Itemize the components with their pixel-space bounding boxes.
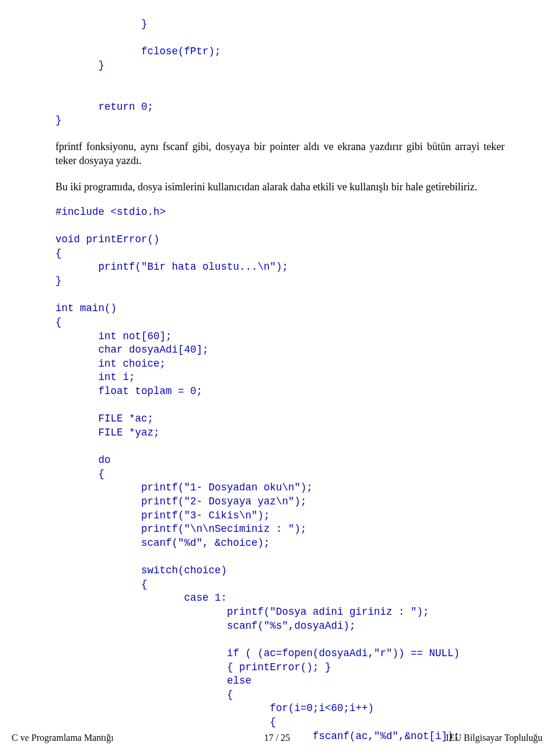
code-block-main: #include <stdio.h> void printError() { p… [55, 205, 505, 743]
paragraph-2: Bu iki programıda, dosya isimlerini kull… [55, 180, 505, 194]
paragraph-1: fprintf fonksiyonu, aynı fscanf gibi, do… [55, 140, 505, 168]
page-footer: C ve Programlama Mantığı 17 / 25 IEU Bil… [0, 733, 560, 743]
footer-left: C ve Programlama Mantığı [12, 733, 188, 743]
footer-page-number: 17 / 25 [188, 733, 365, 743]
code-block-top: } fclose(fPtr); } return 0; } [55, 18, 505, 128]
footer-right: IEU Bilgisayar Topluluğu [366, 733, 542, 743]
